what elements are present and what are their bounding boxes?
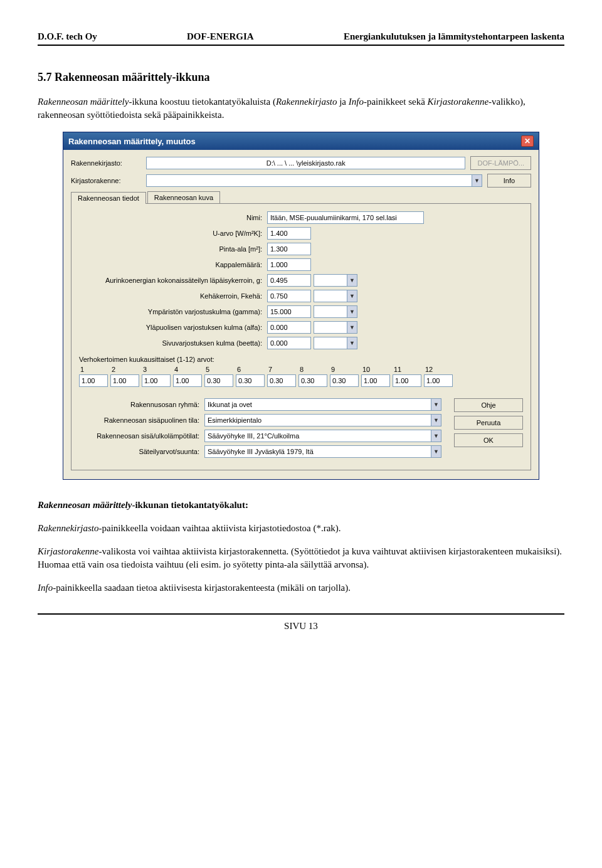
header-rule (38, 45, 564, 46)
label-kirjastorakenne: Kirjastorakenne: (71, 177, 146, 184)
month-col: 1 (79, 366, 108, 387)
input-gamma[interactable] (267, 305, 311, 318)
combo-ryhma[interactable]: Ikkunat ja ovet▼ (204, 398, 441, 411)
chevron-down-icon: ▼ (431, 399, 441, 410)
label-kpl: Kappalemäärä: (79, 261, 267, 268)
peruuta-button[interactable]: Peruuta (454, 416, 523, 430)
tab-tiedot[interactable]: Rakenneosan tiedot (71, 192, 146, 204)
dof-lampo-button[interactable]: DOF-LÄMPÖ... (470, 156, 531, 170)
footer-rule (38, 613, 564, 615)
header-center: DOF-ENERGIA (187, 31, 254, 42)
month-input[interactable] (142, 374, 171, 387)
text: Info (38, 583, 53, 593)
chevron-down-icon: ▼ (431, 446, 441, 457)
month-header: 2 (110, 366, 139, 373)
combo-beetta[interactable]: ▼ (314, 337, 357, 349)
label-ryhma: Rakennusosan ryhmä: (79, 401, 204, 408)
combo-alfa[interactable]: ▼ (314, 321, 357, 334)
header-left: D.O.F. tech Oy (38, 31, 97, 42)
tab-kuva[interactable]: Rakenneosan kuva (147, 191, 220, 203)
text: Rakennekirjasto (38, 523, 98, 533)
month-input[interactable] (110, 374, 139, 387)
intro-paragraph: Rakenneosan määrittely-ikkuna koostuu ti… (38, 95, 564, 122)
label-g: Aurinkoenergian kokonaissäteilyn läpäisy… (79, 277, 267, 284)
chevron-down-icon: ▼ (347, 275, 357, 286)
input-beetta[interactable] (267, 337, 311, 349)
info-button[interactable]: Info (487, 174, 531, 188)
input-alfa[interactable] (267, 321, 311, 334)
month-input[interactable] (424, 374, 453, 387)
combo-gamma[interactable]: ▼ (314, 305, 357, 318)
text: -ikkunan tietokantatyökalut: (132, 500, 248, 510)
label-fkeha: Kehäkerroin, Fkehä: (79, 292, 267, 300)
text: Info (349, 97, 364, 107)
month-header: 10 (361, 366, 390, 373)
combo-sisatila[interactable]: Esimerkkipientalo▼ (204, 414, 441, 426)
input-fkeha[interactable] (267, 290, 311, 302)
month-col: 9 (330, 366, 359, 387)
input-pintaala[interactable] (267, 243, 311, 255)
label-rakennekirjasto: Rakennekirjasto: (71, 159, 146, 167)
chevron-down-icon: ▼ (431, 415, 441, 426)
dialog-titlebar: Rakenneosan määrittely, muutos ✕ (63, 132, 539, 150)
close-icon[interactable]: ✕ (521, 135, 534, 147)
dialog-tabs: Rakenneosan tiedot Rakenneosan kuva (71, 191, 531, 203)
para-kirjastorakenne: Kirjastorakenne-valikosta voi vaihtaa ak… (38, 545, 564, 571)
combo-fkeha[interactable]: ▼ (314, 290, 357, 302)
chevron-down-icon: ▼ (347, 337, 357, 349)
input-uarvo[interactable] (267, 227, 311, 240)
label-sateily: Säteilyarvot/suunta: (79, 448, 204, 455)
month-input[interactable] (236, 374, 265, 387)
month-col: 5 (204, 366, 233, 387)
text: -painikkeella saadaan tietoa aktiivisest… (53, 583, 351, 593)
text: Kirjastorakenne (428, 97, 489, 107)
combo-g[interactable]: ▼ (314, 274, 357, 287)
month-header: 11 (393, 366, 421, 373)
month-header: 6 (236, 366, 265, 373)
chevron-down-icon: ▼ (431, 430, 441, 442)
month-header: 1 (79, 366, 108, 373)
para-rakennekirjasto: Rakennekirjasto-painikkeella voidaan vai… (38, 522, 564, 535)
input-g[interactable] (267, 274, 311, 287)
month-header: 5 (204, 366, 233, 373)
combo-sisaulko[interactable]: Säävyöhyke III, 21°C/ulkoilma▼ (204, 430, 441, 442)
month-input[interactable] (330, 374, 359, 387)
header-right: Energiankulutuksen ja lämmitystehontarpe… (344, 31, 564, 42)
month-input[interactable] (298, 374, 327, 387)
month-input[interactable] (79, 374, 108, 387)
combo-sateily[interactable]: Säävyöhyke III Jyväskylä 1979, Itä▼ (204, 445, 441, 458)
month-col: 11 (393, 366, 421, 387)
label-beetta: Sivuvarjostuksen kulma (beetta): (79, 339, 267, 347)
chevron-down-icon: ▼ (347, 322, 357, 333)
month-header: 9 (330, 366, 359, 373)
label-gamma: Ympäristön varjostuskulma (gamma): (79, 308, 267, 315)
input-kpl[interactable] (267, 258, 311, 271)
combo-value: Esimerkkipientalo (208, 416, 261, 424)
month-col: 8 (298, 366, 327, 387)
month-col: 4 (173, 366, 202, 387)
month-input[interactable] (267, 374, 296, 387)
dialog-title: Rakenneosan määrittely, muutos (68, 137, 196, 146)
month-col: 7 (267, 366, 296, 387)
kirjastorakenne-combo[interactable]: ▼ (146, 174, 482, 187)
text: -painikkeet sekä (364, 97, 428, 107)
month-col: 3 (142, 366, 171, 387)
month-input[interactable] (361, 374, 390, 387)
subheading-tietokantatyokalut: Rakenneosan määrittely-ikkunan tietokant… (38, 499, 564, 512)
combo-value: Säävyöhyke III, 21°C/ulkoilma (208, 432, 299, 440)
page-footer: SIVU 13 (38, 621, 564, 632)
month-input[interactable] (393, 374, 421, 387)
month-input[interactable] (173, 374, 202, 387)
label-verhokerroin: Verhokertoimen kuukausittaiset (1-12) ar… (79, 356, 523, 363)
rakennekirjasto-path[interactable]: D:\ ... \ ... \yleiskirjasto.rak (146, 157, 465, 169)
input-nimi[interactable] (267, 211, 424, 224)
ok-button[interactable]: OK (454, 433, 523, 447)
combo-value: Ikkunat ja ovet (208, 401, 252, 408)
month-header: 4 (173, 366, 202, 373)
section-heading: 5.7 Rakenneosan määrittely-ikkuna (38, 71, 564, 84)
ohje-button[interactable]: Ohje (454, 398, 523, 412)
month-header: 7 (267, 366, 296, 373)
label-pintaala: Pinta-ala [m²]: (79, 245, 267, 253)
label-alfa: Yläpuolisen varjostuksen kulma (alfa): (79, 324, 267, 331)
month-input[interactable] (204, 374, 233, 387)
